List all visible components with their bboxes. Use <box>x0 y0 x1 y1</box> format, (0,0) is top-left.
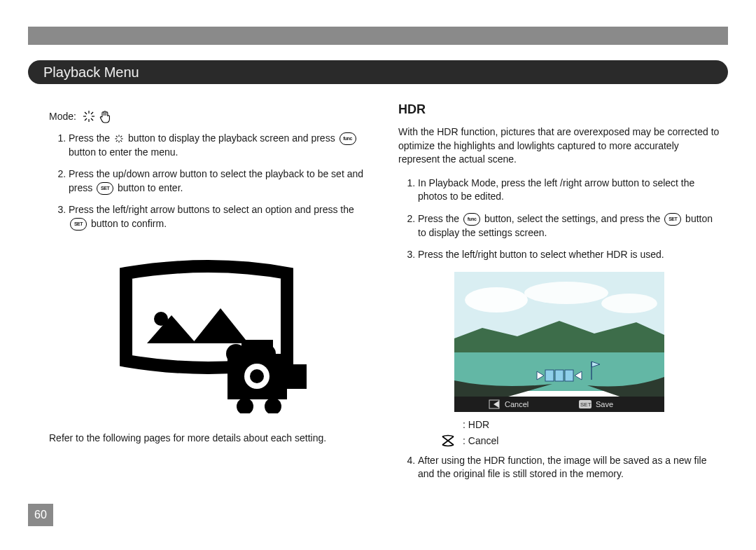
mode-row: Mode: <box>49 109 370 123</box>
page-number: 60 <box>28 504 53 526</box>
list-item: Press the button to display the playback… <box>69 132 370 159</box>
left-steps: Press the button to display the playback… <box>52 132 370 231</box>
header-bar <box>28 27 728 45</box>
svg-line-7 <box>91 112 93 114</box>
svg-line-6 <box>85 118 87 121</box>
right-steps: In Playback Mode, press the left /right … <box>401 177 720 262</box>
panorama-camcorder-icon <box>105 252 315 413</box>
svg-rect-34 <box>555 370 564 381</box>
svg-point-28 <box>524 282 608 304</box>
set-button-icon: SET <box>97 182 113 195</box>
spark-icon <box>82 109 96 123</box>
svg-line-15 <box>120 136 122 137</box>
svg-rect-37 <box>454 397 664 412</box>
svg-text:SET: SET <box>580 401 592 408</box>
svg-rect-35 <box>565 370 573 381</box>
cancel-cross-icon <box>440 434 456 447</box>
section-title: Playback Menu <box>43 64 139 81</box>
hdr-heading: HDR <box>398 102 720 117</box>
svg-point-20 <box>226 344 246 364</box>
preview-cancel-label: Cancel <box>505 400 528 408</box>
right-steps-cont: After using the HDR function, the image … <box>401 454 720 481</box>
preview-save-label: Save <box>596 400 613 408</box>
left-column: Mode: <box>49 98 370 522</box>
svg-rect-33 <box>545 370 554 381</box>
list-item: Press the up/down arrow button to select… <box>69 167 370 195</box>
list-item: After using the HDR function, the image … <box>418 454 720 481</box>
legend-cancel: : Cancel <box>440 434 720 447</box>
svg-line-4 <box>85 112 87 114</box>
set-button-icon: SET <box>664 213 681 226</box>
right-column: HDR With the HDR function, pictures that… <box>398 98 720 522</box>
list-item: Press the func button, select the settin… <box>418 212 720 240</box>
svg-point-22 <box>237 398 253 413</box>
list-item: In Playback Mode, press the left /right … <box>418 177 720 204</box>
func-menu-button-icon: func <box>340 132 356 145</box>
left-footer-note: Refer to the following pages for more de… <box>49 432 370 446</box>
svg-line-14 <box>116 140 118 142</box>
svg-line-12 <box>116 136 118 137</box>
section-title-pill: Playback Menu <box>28 60 728 84</box>
content-columns: Mode: <box>49 98 720 522</box>
manual-page: Playback Menu Mode: <box>0 0 756 550</box>
svg-line-5 <box>91 118 93 121</box>
set-button-icon: SET <box>70 218 87 231</box>
spark-small-icon <box>114 134 124 144</box>
legend-hdr: : HDR <box>440 419 720 430</box>
svg-rect-18 <box>287 364 307 389</box>
list-item: Press the left/right arrow buttons to se… <box>69 203 370 231</box>
hdr-preview-image: Cancel SET Save <box>454 272 664 412</box>
hdr-intro: With the HDR function, pictures that are… <box>398 125 720 167</box>
svg-point-27 <box>465 287 528 312</box>
svg-line-13 <box>120 140 122 142</box>
mode-icons <box>82 109 111 123</box>
svg-point-21 <box>256 344 276 364</box>
mode-label: Mode: <box>49 111 76 122</box>
svg-point-23 <box>265 398 281 413</box>
svg-point-25 <box>250 369 264 383</box>
list-item: Press the left/right button to select wh… <box>418 248 720 262</box>
svg-point-29 <box>601 294 657 313</box>
func-menu-button-icon: func <box>463 213 480 226</box>
hand-icon <box>99 109 111 123</box>
